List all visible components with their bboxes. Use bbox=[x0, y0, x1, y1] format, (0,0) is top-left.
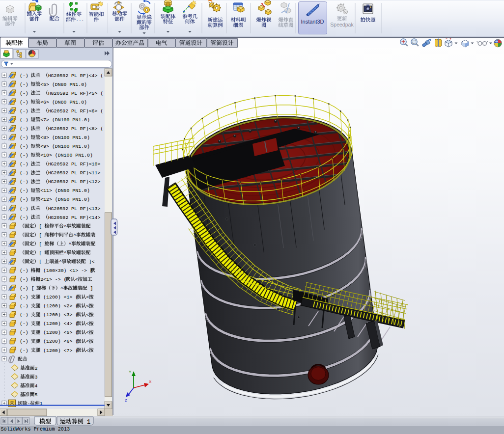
svg-text:(-): (-) bbox=[20, 100, 31, 105]
svg-text:<10> (DN100 PN1.0): <10> (DN100 PN1.0) bbox=[40, 153, 93, 158]
svg-text:HG20592 PL RF)<4> (: HG20592 PL RF)<4> ( bbox=[48, 73, 104, 79]
svg-text:(-): (-) bbox=[20, 295, 31, 300]
svg-text:[: [ bbox=[39, 224, 45, 229]
svg-text:(-): (-) bbox=[20, 188, 31, 193]
svg-text:(-): (-) bbox=[20, 91, 31, 96]
svg-text:[: [ bbox=[39, 233, 45, 238]
svg-text:<: < bbox=[86, 330, 89, 335]
svg-text:<: < bbox=[86, 348, 89, 353]
svg-text:(-) [: (-) [ bbox=[20, 286, 37, 291]
svg-text:(1200) <6> (: (1200) <6> ( bbox=[40, 339, 78, 344]
svg-text:[: [ bbox=[39, 242, 45, 247]
svg-text:(1200) <1> (: (1200) <1> ( bbox=[40, 295, 78, 300]
svg-text:<9> (DN100 PN1.0): <9> (DN100 PN1.0) bbox=[40, 144, 90, 149]
svg-text:^: ^ bbox=[69, 242, 72, 247]
svg-text:<: < bbox=[75, 277, 78, 282]
svg-text:2<1> -> (: 2<1> -> ( bbox=[40, 277, 66, 282]
svg-text:[: [ bbox=[39, 259, 45, 265]
svg-text:HG20592 PL RF)<13>: HG20592 PL RF)<13> bbox=[48, 206, 101, 212]
svg-text:(-): (-) bbox=[20, 126, 31, 132]
svg-text:(-): (-) bbox=[20, 135, 31, 140]
svg-text:HG20592 PL RF)<8> (: HG20592 PL RF)<8> ( bbox=[48, 126, 104, 132]
svg-text:(-): (-) bbox=[20, 82, 31, 87]
svg-text:(-): (-) bbox=[20, 162, 31, 167]
svg-text:<: < bbox=[86, 339, 89, 344]
svg-text:^: ^ bbox=[64, 250, 67, 256]
svg-text:(-): (-) bbox=[20, 303, 31, 309]
svg-text:(-): (-) bbox=[20, 268, 31, 273]
svg-text:(-): (-) bbox=[20, 312, 31, 318]
svg-text:^: ^ bbox=[60, 286, 63, 291]
svg-text:<: < bbox=[86, 312, 89, 318]
svg-text:Instant3D: Instant3D bbox=[301, 19, 324, 25]
svg-text:1: 1 bbox=[84, 419, 90, 426]
svg-text:(1200) <5> (: (1200) <5> ( bbox=[40, 330, 78, 335]
svg-text:HG20592 PL RF)<12>: HG20592 PL RF)<12> bbox=[48, 179, 101, 185]
svg-text:Speedpak: Speedpak bbox=[330, 22, 354, 27]
svg-text:<12> (DN50 PN1.0): <12> (DN50 PN1.0) bbox=[40, 197, 90, 202]
svg-text:(-): (-) bbox=[20, 73, 31, 79]
svg-text:]: ] bbox=[87, 286, 93, 291]
svg-text:Z: Z bbox=[125, 398, 127, 403]
svg-text:4: 4 bbox=[34, 383, 37, 389]
svg-text:(-): (-) bbox=[20, 170, 31, 176]
svg-text:(-): (-) bbox=[20, 321, 31, 326]
svg-text:HG20592 PL RF)<6> (: HG20592 PL RF)<6> ( bbox=[48, 108, 104, 114]
svg-text:(-): (-) bbox=[20, 197, 31, 202]
svg-text:(-): (-) bbox=[20, 144, 31, 149]
svg-text:HG20592 PL RF)<14>: HG20592 PL RF)<14> bbox=[48, 215, 101, 220]
svg-text:(1200) <3> (: (1200) <3> ( bbox=[40, 312, 78, 318]
svg-text:SolidWorks Premium 2013: SolidWorks Premium 2013 bbox=[1, 427, 70, 432]
svg-text:HG20592 PL RF)<11>: HG20592 PL RF)<11> bbox=[48, 170, 101, 176]
svg-text:<8> (DN100 PN1.0): <8> (DN100 PN1.0) bbox=[40, 135, 90, 140]
svg-text:<5> (DN80 PN1.0): <5> (DN80 PN1.0) bbox=[40, 82, 87, 87]
svg-text:...: ... bbox=[76, 17, 84, 23]
svg-text:5: 5 bbox=[34, 392, 37, 398]
svg-text:(-): (-) bbox=[20, 339, 31, 344]
svg-text:<11> (DN50 PN1.0): <11> (DN50 PN1.0) bbox=[40, 188, 90, 193]
svg-text:X: X bbox=[149, 380, 152, 384]
svg-text:<: < bbox=[86, 321, 89, 326]
svg-text:(-): (-) bbox=[20, 153, 31, 158]
svg-text:^: ^ bbox=[64, 224, 67, 229]
svg-text:(-): (-) bbox=[20, 117, 31, 123]
svg-text:(-): (-) bbox=[20, 277, 31, 282]
svg-text:Y: Y bbox=[129, 370, 132, 374]
svg-text:]<: ]< bbox=[86, 259, 95, 265]
svg-text:HG20592 PL RF)<5> (: HG20592 PL RF)<5> ( bbox=[48, 91, 104, 96]
svg-text:(-): (-) bbox=[20, 206, 31, 212]
svg-text:HG20592 PL RF)<10>: HG20592 PL RF)<10> bbox=[48, 162, 101, 167]
svg-text:<7> (DN100 PN1.0): <7> (DN100 PN1.0) bbox=[40, 117, 90, 123]
svg-text:^: ^ bbox=[73, 233, 76, 238]
svg-text:(-): (-) bbox=[20, 215, 31, 220]
svg-text:(-): (-) bbox=[20, 330, 31, 335]
svg-text:[: [ bbox=[39, 250, 45, 256]
svg-text:2: 2 bbox=[34, 366, 37, 371]
svg-text:(-): (-) bbox=[20, 179, 31, 185]
svg-text:(1200) <4> (: (1200) <4> ( bbox=[40, 321, 78, 326]
svg-text:3: 3 bbox=[34, 375, 37, 380]
svg-text:<6> (DN80 PN1.0): <6> (DN80 PN1.0) bbox=[40, 100, 87, 105]
svg-text:(-): (-) bbox=[20, 108, 31, 114]
svg-text:(1200) <2> (: (1200) <2> ( bbox=[40, 303, 78, 309]
svg-text:^: ^ bbox=[59, 259, 62, 265]
svg-text:<: < bbox=[86, 303, 89, 309]
svg-text:(100×30) <1> -> (: (100×30) <1> -> ( bbox=[40, 268, 93, 273]
svg-text:(-): (-) bbox=[20, 348, 31, 353]
svg-text:(1200) <7> (: (1200) <7> ( bbox=[40, 348, 78, 353]
svg-text:<: < bbox=[86, 295, 89, 300]
